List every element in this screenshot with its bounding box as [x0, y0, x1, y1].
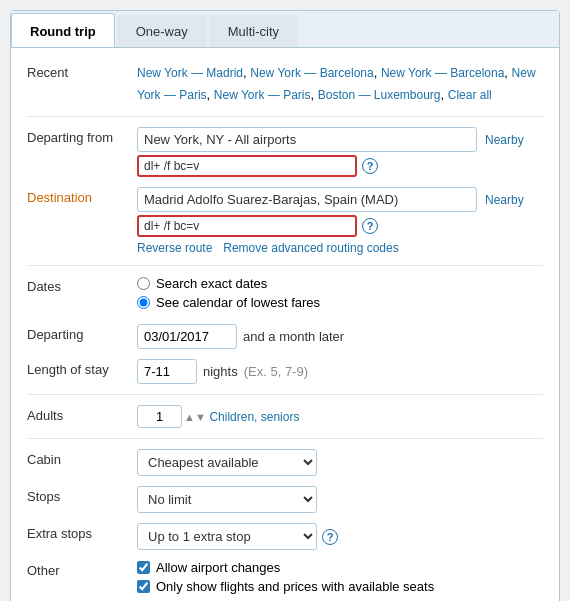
adults-input[interactable] [137, 405, 182, 428]
main-container: Round trip One-way Multi-city Recent New… [10, 10, 560, 601]
adults-spinner-arrows: ▲▼ [184, 411, 206, 423]
available-seats-checkbox[interactable] [137, 580, 150, 593]
stops-row: Stops No limit Non-stop only 1 stop or f… [27, 486, 543, 513]
departing-from-input[interactable] [137, 127, 477, 152]
recent-links: New York — Madrid, New York — Barcelona,… [137, 62, 543, 106]
departing-date-input[interactable] [137, 324, 237, 349]
adults-label: Adults [27, 405, 137, 423]
length-of-stay-row: Length of stay nights (Ex. 5, 7-9) [27, 359, 543, 384]
length-of-stay-example: (Ex. 5, 7-9) [244, 364, 308, 379]
recent-link-1[interactable]: New York — Madrid [137, 66, 243, 80]
other-content: Allow airport changes Only show flights … [137, 560, 543, 598]
tab-multi-city[interactable]: Multi-city [209, 15, 298, 47]
stops-label: Stops [27, 486, 137, 504]
cabin-content: Cheapest available Economy Business Firs… [137, 449, 543, 476]
divider-4 [27, 438, 543, 439]
airport-changes-checkbox[interactable] [137, 561, 150, 574]
destination-routing-input[interactable] [137, 215, 357, 237]
cabin-select[interactable]: Cheapest available Economy Business Firs… [137, 449, 317, 476]
stops-select[interactable]: No limit Non-stop only 1 stop or fewer 2… [137, 486, 317, 513]
departing-date-row: Departing and a month later [27, 324, 543, 349]
destination-help-icon[interactable]: ? [362, 218, 378, 234]
children-seniors-link[interactable]: Children, seniors [209, 410, 299, 424]
cabin-row: Cabin Cheapest available Economy Busines… [27, 449, 543, 476]
dates-option1-label: Search exact dates [156, 276, 267, 291]
dates-content: Search exact dates See calendar of lowes… [137, 276, 543, 314]
extra-stops-help-icon[interactable]: ? [322, 529, 338, 545]
tab-one-way[interactable]: One-way [117, 15, 207, 47]
dates-label: Dates [27, 276, 137, 294]
extra-stops-select[interactable]: Up to 1 extra stop No extra stops Up to … [137, 523, 317, 550]
adults-content: ▲▼ Children, seniors [137, 405, 543, 428]
available-seats-row: Only show flights and prices with availa… [137, 579, 543, 594]
recent-link-6[interactable]: Boston — Luxembourg [318, 88, 441, 102]
divider-3 [27, 394, 543, 395]
extra-stops-row: Extra stops Up to 1 extra stop No extra … [27, 523, 543, 550]
extra-stops-content: Up to 1 extra stop No extra stops Up to … [137, 523, 543, 550]
recent-label: Recent [27, 62, 137, 80]
destination-content: Nearby ? Reverse route Remove advanced r… [137, 187, 543, 255]
reverse-row: Reverse route Remove advanced routing co… [137, 240, 543, 255]
other-label: Other [27, 560, 137, 578]
divider-2 [27, 265, 543, 266]
length-of-stay-input[interactable] [137, 359, 197, 384]
other-row: Other Allow airport changes Only show fl… [27, 560, 543, 598]
recent-clear-all[interactable]: Clear all [448, 88, 492, 102]
available-seats-label: Only show flights and prices with availa… [156, 579, 434, 594]
departing-from-input-row: Nearby [137, 127, 543, 152]
length-of-stay-suffix: nights [203, 364, 238, 379]
airport-changes-label: Allow airport changes [156, 560, 280, 575]
destination-nearby[interactable]: Nearby [485, 193, 524, 207]
dates-row: Dates Search exact dates See calendar of… [27, 276, 543, 314]
dates-option2-label: See calendar of lowest fares [156, 295, 320, 310]
tab-round-trip[interactable]: Round trip [11, 13, 115, 47]
dates-option2: See calendar of lowest fares [137, 295, 543, 310]
length-of-stay-label: Length of stay [27, 359, 137, 377]
departing-from-routing-row: ? [137, 155, 543, 177]
destination-label: Destination [27, 187, 137, 205]
adults-row: Adults ▲▼ Children, seniors [27, 405, 543, 428]
form-content: Recent New York — Madrid, New York — Bar… [11, 48, 559, 601]
remove-advanced-link[interactable]: Remove advanced routing codes [223, 241, 398, 255]
departing-from-help-icon[interactable]: ? [362, 158, 378, 174]
reverse-route-link[interactable]: Reverse route [137, 241, 212, 255]
dates-option1: Search exact dates [137, 276, 543, 291]
stops-content: No limit Non-stop only 1 stop or fewer 2… [137, 486, 543, 513]
dates-radio-calendar[interactable] [137, 296, 150, 309]
departing-date-content: and a month later [137, 324, 543, 349]
extra-stops-label: Extra stops [27, 523, 137, 541]
departing-date-suffix: and a month later [243, 329, 344, 344]
recent-link-3[interactable]: New York — Barcelona [381, 66, 504, 80]
length-of-stay-content: nights (Ex. 5, 7-9) [137, 359, 543, 384]
divider-1 [27, 116, 543, 117]
destination-input[interactable] [137, 187, 477, 212]
destination-input-row: Nearby [137, 187, 543, 212]
recent-row: Recent New York — Madrid, New York — Bar… [27, 62, 543, 106]
airport-changes-row: Allow airport changes [137, 560, 543, 575]
destination-routing-row: ? [137, 215, 543, 237]
dates-radio-exact[interactable] [137, 277, 150, 290]
recent-link-2[interactable]: New York — Barcelona [250, 66, 373, 80]
destination-row: Destination Nearby ? Reverse route Remov… [27, 187, 543, 255]
recent-link-5[interactable]: New York — Paris [214, 88, 311, 102]
departing-from-row: Departing from Nearby ? [27, 127, 543, 177]
departing-from-label: Departing from [27, 127, 137, 145]
departing-from-content: Nearby ? [137, 127, 543, 177]
departing-date-label: Departing [27, 324, 137, 342]
departing-from-nearby[interactable]: Nearby [485, 133, 524, 147]
departing-from-routing-input[interactable] [137, 155, 357, 177]
tab-bar: Round trip One-way Multi-city [11, 11, 559, 48]
cabin-label: Cabin [27, 449, 137, 467]
